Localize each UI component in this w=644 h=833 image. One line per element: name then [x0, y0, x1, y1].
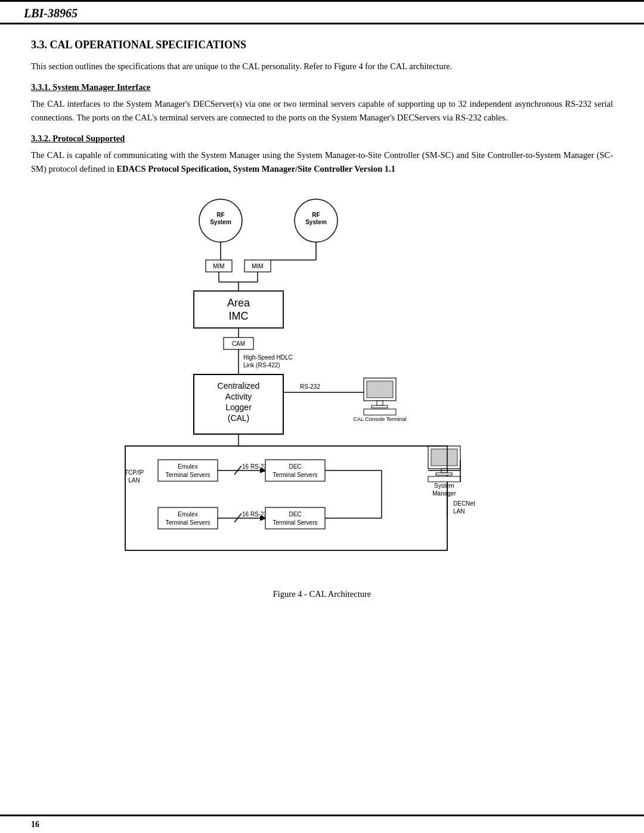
svg-text:System: System	[210, 219, 231, 225]
svg-text:Area: Area	[227, 297, 250, 309]
svg-text:Terminal Servers: Terminal Servers	[273, 472, 317, 478]
diagram-container: RF System RF System MIM MIM	[89, 190, 555, 583]
svg-rect-37	[364, 409, 396, 415]
svg-text:TCP/IP: TCP/IP	[125, 469, 144, 476]
svg-text:CAL Console Terminal: CAL Console Terminal	[353, 416, 406, 422]
svg-text:MIM: MIM	[213, 263, 224, 270]
svg-text:Logger: Logger	[225, 402, 252, 412]
svg-text:Manager: Manager	[432, 490, 456, 497]
svg-text:(CAL): (CAL)	[228, 413, 250, 423]
svg-text:DEC: DEC	[289, 511, 301, 518]
svg-text:DEC: DEC	[289, 463, 301, 470]
page-number: 16	[31, 820, 39, 829]
svg-text:Emulex: Emulex	[178, 511, 197, 518]
page: LBI-38965 3.3. CAL OPERATIONAL SPECIFICA…	[0, 0, 644, 833]
svg-text:Emulex: Emulex	[178, 463, 197, 470]
svg-text:Terminal Servers: Terminal Servers	[165, 519, 210, 526]
section-title: 3.3. CAL OPERATIONAL SPECIFICATIONS	[31, 39, 613, 51]
svg-text:RF: RF	[312, 212, 320, 218]
svg-rect-69	[428, 476, 460, 482]
header-bar: LBI-38965	[0, 4, 644, 24]
diagram-caption: Figure 4 - CAL Architecture	[31, 589, 613, 599]
svg-text:MIM: MIM	[252, 263, 263, 270]
intro-text: This section outlines the specifications…	[31, 60, 613, 73]
svg-text:DECNet: DECNet	[453, 500, 475, 507]
subsection-1-title: 3.3.1. System Manager Interface	[31, 82, 613, 92]
svg-rect-36	[371, 405, 388, 408]
svg-text:RF: RF	[216, 212, 224, 218]
svg-text:LAN: LAN	[453, 508, 465, 515]
subsection-1-body: The CAL interfaces to the System Manager…	[31, 97, 613, 124]
svg-text:Link (RS-422): Link (RS-422)	[243, 362, 280, 368]
lbi-title: LBI-38965	[24, 7, 78, 20]
svg-text:IMC: IMC	[229, 310, 249, 322]
architecture-diagram: RF System RF System MIM MIM	[89, 190, 555, 583]
svg-text:LAN: LAN	[128, 477, 140, 484]
svg-text:Activity: Activity	[225, 392, 252, 401]
content: 3.3. CAL OPERATIONAL SPECIFICATIONS This…	[0, 24, 644, 622]
svg-rect-34	[367, 381, 393, 398]
svg-text:Terminal Servers: Terminal Servers	[273, 519, 317, 526]
subsection-2-body: The CAL is capable of communicating with…	[31, 148, 613, 175]
subsection-2-title: 3.3.2. Protocol Supported	[31, 134, 613, 144]
sub2-text-bold: EDACS Protocol Specification, System Man…	[116, 164, 395, 174]
svg-text:CAM: CAM	[232, 340, 245, 347]
svg-rect-35	[377, 401, 383, 405]
svg-text:High-Speed HDLC: High-Speed HDLC	[243, 354, 293, 361]
footer: 16	[0, 815, 644, 833]
svg-rect-66	[431, 449, 457, 466]
svg-text:System: System	[305, 219, 327, 225]
svg-rect-68	[436, 473, 452, 475]
svg-text:System: System	[434, 482, 454, 489]
svg-text:Centralized: Centralized	[218, 381, 260, 391]
top-border	[0, 0, 644, 2]
svg-text:Terminal Servers: Terminal Servers	[165, 472, 210, 478]
svg-text:RS-232: RS-232	[300, 383, 320, 390]
